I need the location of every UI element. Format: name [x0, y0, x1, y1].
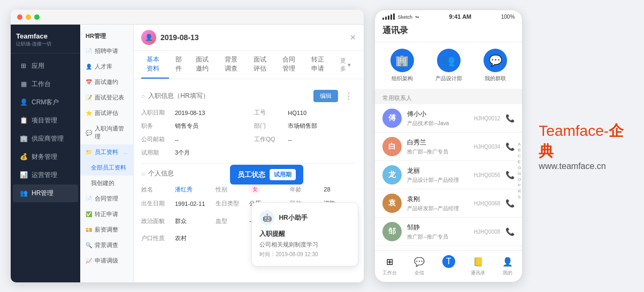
sidebar-item-hr[interactable]: 👥 HR管理: [13, 185, 78, 202]
sub-item-onboard[interactable]: 💬 入职沟通管理: [80, 121, 133, 144]
status-bar: Sketch ↬ 9:41 AM 100%: [375, 10, 522, 22]
contact-item-fu[interactable]: 傅 傅小小 产品技术部--Java HJHQ0012 📞: [375, 104, 522, 133]
sidebar-item-supplier[interactable]: 🏢 供应商管理: [13, 130, 78, 148]
name-value[interactable]: 潘红秀: [175, 186, 193, 194]
sidebar-item-apps[interactable]: ⊞ 应用: [13, 57, 78, 75]
contact-info-long: 龙丽 产品设计部--产品经理: [407, 166, 468, 184]
desktop-window: Teamface 让职场·连接一切 ⊞ 应用 ▦ 工作台 👤 CRM客户 📋: [11, 10, 364, 282]
email-value: --: [175, 136, 179, 143]
position-row: 职务 销售专员: [141, 122, 243, 130]
maximize-dot[interactable]: [34, 14, 40, 20]
id-bai: HJHQ0034: [474, 144, 500, 150]
name-zou: 邹静: [407, 223, 468, 232]
contact-info-zou: 邹静 推广部--推广专员: [407, 223, 468, 241]
sub-item-interview-form[interactable]: 📝 面试登记表: [80, 90, 133, 105]
signal-bar-2: [385, 17, 387, 20]
sub-item-recruit[interactable]: 📄 招聘申请: [80, 43, 133, 59]
nav-enterprise-msg[interactable]: 💬 企信: [408, 255, 431, 276]
employee-icon: 📁: [86, 149, 92, 155]
quick-org-chart[interactable]: 🏢 组织架构: [390, 49, 414, 82]
contact-item-yuan[interactable]: 袁 袁刚 产品研发部--产品经理 HJHQ0068 📞: [375, 189, 522, 218]
sub-item-salary[interactable]: 💴 薪资调整: [80, 222, 133, 237]
mobile-title: 通讯录: [382, 25, 515, 36]
salary-icon: 💴: [86, 227, 92, 233]
contact-item-zou[interactable]: 邹 邹静 推广部--推广专员 HJHQ0008 📞: [375, 218, 522, 246]
notif-desc: 公司相关规则制度学习: [259, 241, 350, 249]
section-divider: [141, 163, 356, 164]
sub-panel-title: HR管理: [80, 29, 133, 43]
sidebar: Teamface 让职场·连接一切 ⊞ 应用 ▦ 工作台 👤 CRM客户 📋: [11, 25, 80, 282]
contact-item-bai[interactable]: 白 白秀兰 推广部--推广专员 HJHQ0034 📞: [375, 133, 522, 161]
phone-icon-zou[interactable]: 📞: [505, 227, 515, 236]
tab-contract[interactable]: 合同管理: [277, 51, 305, 79]
close-dot[interactable]: [17, 14, 22, 20]
nav-contacts[interactable]: 📒 通讯录: [466, 255, 490, 276]
position-label: 职务: [141, 122, 171, 130]
sub-item-interview[interactable]: 📅 面试邀约: [80, 74, 133, 90]
tab-parts[interactable]: 部件: [170, 51, 189, 79]
sidebar-item-project[interactable]: 📋 项目管理: [13, 112, 78, 129]
contact-item-wu[interactable]: 武 武秀英 产品设计部--产品经理 HJHQ0018 📞: [375, 246, 522, 250]
sub-item-evaluation[interactable]: ⭐ 面试评估: [80, 105, 133, 121]
sub-item-all-employees[interactable]: 全部员工资料: [80, 160, 133, 175]
interview-icon: 📅: [86, 79, 92, 85]
sub-item-contract[interactable]: 📄 合同管理: [80, 191, 133, 206]
sidebar-item-label: CRM客户: [32, 98, 59, 107]
politics-label: 政治面貌: [141, 217, 171, 225]
sub-item-confirm[interactable]: ✅ 转正申请: [80, 206, 133, 222]
sidebar-item-label: 财务管理: [32, 152, 57, 162]
contract-icon: 📄: [86, 196, 92, 202]
quick-my-groups[interactable]: 💬 我的群联: [484, 49, 507, 82]
minimize-dot[interactable]: [26, 14, 31, 20]
employ-info-grid: 入职日期 2019-08-13 工号 HQ110 职务 销售专员 部门 市场销售…: [141, 109, 356, 157]
sidebar-item-workbench[interactable]: ▦ 工作台: [13, 75, 78, 93]
tab-basic-info[interactable]: 基本资料: [141, 51, 169, 79]
form-area: ○ 入职信息（HR填写） 编辑 ⋮ 入职日期 2019-08-13 工号 HQ1…: [134, 79, 364, 282]
signal-bar-3: [388, 16, 389, 20]
battery-indicator: 100%: [501, 14, 515, 20]
sidebar-item-operations[interactable]: 📊 运营管理: [13, 166, 78, 184]
tab-more[interactable]: 更多 ▾: [335, 51, 357, 79]
nav-workbench[interactable]: ⊞ 工作台: [378, 255, 402, 276]
phone-icon-yuan[interactable]: 📞: [505, 199, 515, 208]
quick-design-dept[interactable]: 👥 产品设计部: [435, 49, 462, 82]
birthday-label: 出生日期: [141, 199, 171, 208]
more-dots: ...: [124, 149, 128, 155]
wifi-icon: ↬: [415, 14, 419, 20]
nav-profile[interactable]: 👤 我的: [496, 255, 519, 276]
id-zou: HJHQ0008: [474, 229, 500, 235]
sub-item-talent[interactable]: 👤 人才库: [80, 59, 133, 74]
signal-bar-5: [393, 13, 395, 20]
edit-button[interactable]: 编辑: [313, 90, 338, 102]
tab-interview-invite[interactable]: 面试邀约: [190, 51, 218, 79]
sub-item-background[interactable]: 🔍 背景调查: [80, 237, 133, 253]
contact-item-long[interactable]: 龙 龙丽 产品设计部--产品经理 HJHQ0056 📞: [375, 161, 522, 189]
phone-icon-fu[interactable]: 📞: [505, 114, 515, 122]
workbench-icon: ▦: [19, 80, 28, 88]
age-row: 年龄 28: [290, 185, 356, 194]
notif-header: 🤖 HR小助手: [259, 210, 350, 225]
sub-item-level[interactable]: 📈 申请调级: [80, 253, 133, 268]
trial-label: 试用期: [141, 149, 171, 157]
phone-icon-bai[interactable]: 📞: [505, 142, 515, 151]
sub-item-employee[interactable]: 📁 员工资料 ...: [80, 144, 133, 160]
nav-home[interactable]: T: [437, 255, 461, 276]
id-yuan: HJHQ0068: [474, 201, 500, 206]
main-content: 👤 2019-08-13 ✕ 基本资料 部件 面试邀约 背景调查 面试评估 合同…: [134, 25, 364, 282]
signal-bar-4: [390, 14, 392, 20]
tab-interview-eval[interactable]: 面试评估: [248, 51, 276, 79]
age-value: 28: [324, 186, 330, 193]
sub-item-my-created[interactable]: 我创建的: [80, 175, 133, 191]
my-groups-icon: 💬: [484, 49, 507, 72]
time-display: 9:41 AM: [449, 13, 471, 20]
politics-value: 群众: [175, 217, 187, 225]
sidebar-item-finance[interactable]: 💰 财务管理: [13, 148, 78, 166]
tab-confirm-apply[interactable]: 转正申请: [306, 51, 334, 79]
avatar-yuan: 袁: [382, 194, 402, 213]
frequent-contacts-title: 常用联系人: [375, 91, 522, 104]
more-options-button[interactable]: ⋮: [341, 90, 356, 102]
close-button[interactable]: ✕: [350, 33, 356, 42]
sidebar-item-crm[interactable]: 👤 CRM客户: [13, 94, 78, 111]
tab-bg-check[interactable]: 背景调查: [219, 51, 247, 79]
phone-icon-long[interactable]: 📞: [505, 171, 515, 179]
